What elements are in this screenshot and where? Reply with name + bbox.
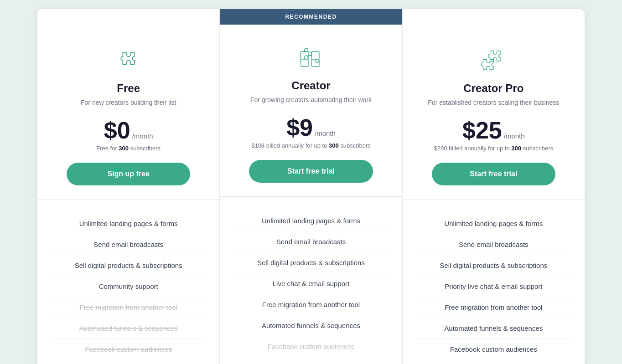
feature-item-creator-pro-0: Unlimited landing pages & forms <box>416 213 571 234</box>
price-period-creator: /month <box>315 129 336 137</box>
feature-item-free-2: Sell digital products & subscriptions <box>51 255 206 276</box>
plan-description-free: For new creators building their list <box>51 98 206 108</box>
price-row-free: $0 /month <box>51 118 206 142</box>
plan-description-creator: For growing creators automating their wo… <box>233 96 388 105</box>
price-subtext-free: Free for 300 subscribers <box>51 145 206 152</box>
top-spacer <box>403 9 585 27</box>
plan-features-free: Unlimited landing pages & formsSend emai… <box>37 200 219 364</box>
price-amount-creator: $9 <box>286 116 313 139</box>
feature-item-creator-6: Facebook custom audiences <box>233 336 388 357</box>
feature-item-creator-pro-3: Priority live chat & email support <box>416 276 571 297</box>
price-subtext-creator-pro: $290 billed annually for up to 300 subsc… <box>416 145 571 152</box>
plan-name-free: Free <box>51 82 206 95</box>
feature-item-creator-1: Send email broadcasts <box>233 231 388 252</box>
feature-item-free-0: Unlimited landing pages & forms <box>51 213 206 234</box>
feature-item-free-6: Facebook custom audiences <box>51 339 206 359</box>
plan-header-free: Free For new creators building their lis… <box>37 27 219 200</box>
feature-item-creator-2: Sell digital products & subscriptions <box>233 252 388 273</box>
cta-button-creator[interactable]: Start free trial <box>249 160 373 183</box>
cta-button-free[interactable]: Sign up free <box>67 163 190 185</box>
feature-item-creator-5: Automated funnels & sequences <box>233 315 388 336</box>
top-spacer <box>37 9 219 27</box>
price-row-creator: $9 /month <box>233 116 388 139</box>
feature-item-creator-pro-2: Sell digital products & subscriptions <box>416 255 571 276</box>
feature-item-creator-pro-6: Facebook custom audiences <box>416 339 571 359</box>
feature-item-creator-pro-5: Automated funnels & sequences <box>416 318 571 339</box>
price-amount-creator-pro: $25 <box>462 118 502 142</box>
plan-features-creator-pro: Unlimited landing pages & formsSend emai… <box>403 200 585 364</box>
feature-item-creator-3: Live chat & email support <box>233 273 388 294</box>
price-period-creator-pro: /month <box>504 132 525 140</box>
recommended-badge: RECOMMENDED <box>220 9 402 25</box>
feature-item-creator-pro-1: Send email broadcasts <box>416 234 571 255</box>
plan-icon-creator-pro <box>477 46 509 73</box>
feature-item-free-4: Free migration from another tool <box>51 297 206 318</box>
plan-name-creator-pro: Creator Pro <box>416 82 571 95</box>
feature-item-free-1: Send email broadcasts <box>51 234 206 255</box>
feature-item-creator-pro-4: Free migration from another tool <box>416 297 571 318</box>
plan-column-creator: RECOMMENDED Creator For growing creators… <box>220 9 402 364</box>
plan-column-free: Free For new creators building their lis… <box>37 9 220 364</box>
price-amount-free: $0 <box>104 118 130 142</box>
feature-item-free-5: Automated funnels & sequences <box>51 318 206 339</box>
feature-item-creator-0: Unlimited landing pages & forms <box>233 210 388 231</box>
plan-features-creator: Unlimited landing pages & formsSend emai… <box>220 197 402 364</box>
feature-item-creator-4: Free migration from another tool <box>233 294 388 315</box>
feature-item-free-3: Community support <box>51 276 206 297</box>
plan-header-creator-pro: Creator Pro For established creators sca… <box>403 27 585 200</box>
price-period-free: /month <box>132 132 153 140</box>
plan-header-creator: Creator For growing creators automating … <box>220 25 402 197</box>
svg-rect-2 <box>301 59 308 67</box>
plan-name-creator: Creator <box>233 79 388 92</box>
price-subtext-creator: $108 billed annually for up to 300 subsc… <box>233 142 388 149</box>
plan-column-creator-pro: Creator Pro For established creators sca… <box>403 9 585 364</box>
pricing-table: Free For new creators building their lis… <box>37 9 585 364</box>
cta-button-creator-pro[interactable]: Start free trial <box>432 163 555 185</box>
plan-description-creator-pro: For established creators scaling their b… <box>416 98 571 108</box>
price-row-creator-pro: $25 /month <box>416 118 571 142</box>
svg-rect-1 <box>311 51 319 59</box>
plan-icon-free <box>113 46 145 73</box>
plan-icon-creator <box>295 43 327 70</box>
